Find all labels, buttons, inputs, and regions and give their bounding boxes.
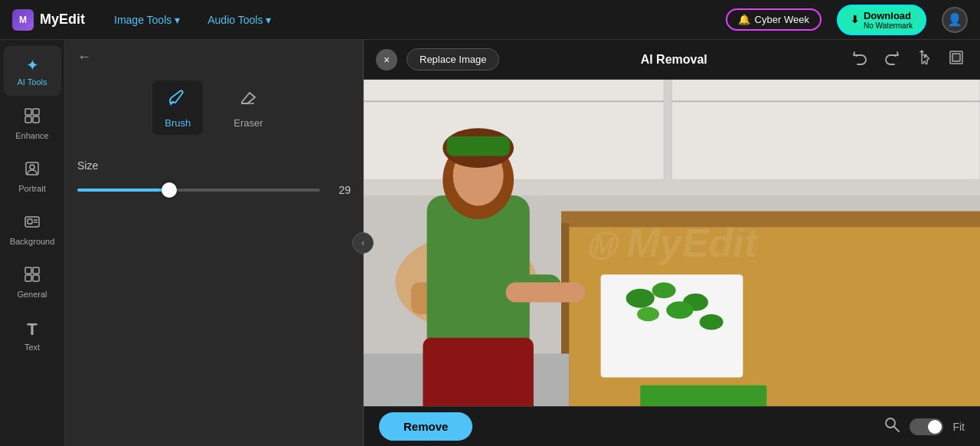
sidebar-item-enhance[interactable]: Enhance <box>4 99 61 149</box>
general-icon <box>24 266 41 287</box>
redo-button[interactable] <box>880 46 903 73</box>
bottom-bar: Remove Fit <box>364 406 980 446</box>
audio-tools-nav[interactable]: Audio Tools <box>201 11 277 29</box>
logo-icon: M <box>12 9 34 31</box>
background-icon <box>24 213 41 234</box>
svg-rect-10 <box>25 267 31 274</box>
zoom-search-icon[interactable] <box>884 416 900 437</box>
svg-rect-46 <box>486 385 510 406</box>
close-icon: × <box>384 54 390 66</box>
enhance-icon <box>24 107 41 128</box>
replace-image-button[interactable]: Replace Image <box>407 48 499 71</box>
close-tool-button[interactable]: × <box>376 49 397 71</box>
svg-rect-21 <box>364 100 664 102</box>
pan-button[interactable] <box>913 46 936 73</box>
svg-rect-20 <box>672 80 981 179</box>
remove-button[interactable]: Remove <box>379 412 472 441</box>
svg-rect-45 <box>431 385 455 406</box>
svg-point-47 <box>886 418 895 428</box>
size-section: Size 29 <box>77 153 351 204</box>
tool-panel-header: ← <box>77 49 351 65</box>
svg-rect-35 <box>506 283 585 303</box>
slider-thumb[interactable] <box>162 182 177 198</box>
eraser-icon <box>237 87 259 113</box>
svg-point-5 <box>30 165 34 169</box>
svg-rect-1 <box>33 109 39 115</box>
svg-rect-16 <box>952 54 960 61</box>
fit-button[interactable]: Fit <box>952 421 965 433</box>
eraser-tool-option[interactable]: Eraser <box>221 80 275 135</box>
main-layout: ✦ AI Tools Enhance Po <box>0 40 980 446</box>
user-avatar[interactable]: 👤 <box>942 7 968 33</box>
canvas-title: AI Removal <box>508 53 839 67</box>
sidebar-item-background[interactable]: Background <box>4 205 61 254</box>
sidebar-item-ai-tools[interactable]: ✦ AI Tools <box>4 46 61 96</box>
collapse-panel-button[interactable]: ‹ <box>352 232 374 254</box>
svg-rect-2 <box>25 116 31 123</box>
portrait-icon <box>24 160 41 181</box>
svg-rect-13 <box>33 275 39 281</box>
svg-point-42 <box>700 314 724 330</box>
tool-panel: ← Brush Eraser <box>65 40 364 446</box>
svg-rect-11 <box>33 267 39 274</box>
svg-rect-43 <box>640 385 766 406</box>
image-tools-chevron-icon <box>175 14 180 26</box>
svg-point-38 <box>652 283 676 299</box>
canvas-area: × Replace Image AI Removal <box>364 40 980 446</box>
zoom-toggle-knob <box>928 420 942 434</box>
svg-point-37 <box>626 289 655 308</box>
undo-button[interactable] <box>848 46 871 73</box>
svg-line-48 <box>894 427 899 431</box>
download-icon: ⬇ <box>851 14 859 25</box>
ai-tools-icon: ✦ <box>26 56 39 74</box>
sidebar-item-general[interactable]: General <box>4 257 61 307</box>
brush-icon <box>167 87 188 113</box>
size-slider[interactable] <box>77 182 320 198</box>
size-value: 29 <box>329 184 351 196</box>
sidebar: ✦ AI Tools Enhance Po <box>0 40 65 446</box>
svg-rect-22 <box>672 100 981 102</box>
svg-rect-7 <box>28 219 32 224</box>
canvas-actions <box>848 46 968 73</box>
text-icon: T <box>27 320 37 339</box>
svg-rect-12 <box>25 275 31 281</box>
size-label: Size <box>77 159 351 172</box>
tool-options: Brush Eraser <box>77 80 351 135</box>
cyber-week-icon: 🔔 <box>738 14 750 25</box>
audio-tools-chevron-icon <box>266 14 271 26</box>
sidebar-item-portrait[interactable]: Portrait <box>4 152 61 202</box>
logo-text: MyEdit <box>40 11 85 28</box>
svg-rect-19 <box>364 80 664 179</box>
back-button[interactable]: ← <box>77 49 91 65</box>
header: M MyEdit Image Tools Audio Tools 🔔 Cyber… <box>0 0 980 40</box>
slider-row: 29 <box>77 182 351 198</box>
canvas-toolbar: × Replace Image AI Removal <box>364 40 980 80</box>
svg-rect-3 <box>33 116 39 123</box>
svg-point-41 <box>666 301 693 319</box>
sidebar-item-text[interactable]: T Text <box>4 310 61 360</box>
image-tools-nav[interactable]: Image Tools <box>108 11 186 29</box>
svg-point-40 <box>637 307 659 322</box>
image-container[interactable]: Ⓜ MyEdit <box>364 80 980 406</box>
cyber-week-button[interactable]: 🔔 Cyber Week <box>726 8 822 31</box>
slider-track <box>77 189 320 192</box>
crop-button[interactable] <box>945 46 968 73</box>
svg-rect-33 <box>446 136 510 156</box>
svg-rect-24 <box>561 212 980 228</box>
brush-tool-option[interactable]: Brush <box>152 80 203 135</box>
svg-rect-0 <box>25 109 31 115</box>
zoom-toggle[interactable] <box>910 418 943 435</box>
download-button[interactable]: ⬇ Download No Watermark <box>837 5 926 35</box>
logo-area: M MyEdit <box>12 9 85 31</box>
